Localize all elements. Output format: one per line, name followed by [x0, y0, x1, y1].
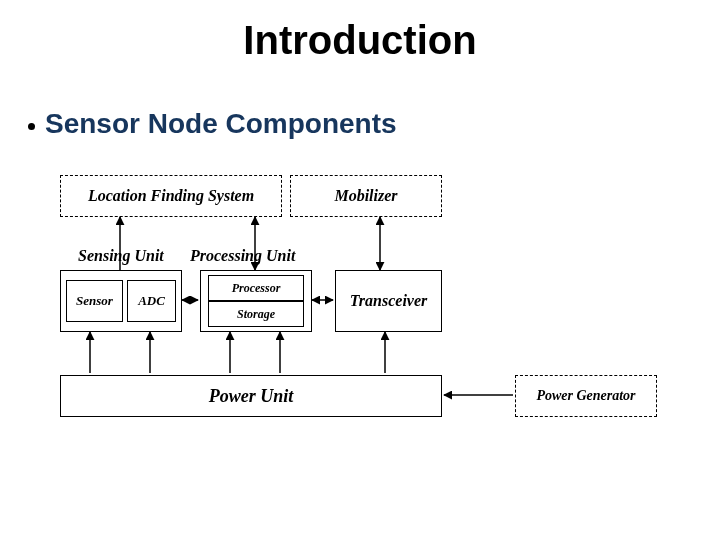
power-unit-box: Power Unit	[60, 375, 442, 417]
storage-box: Storage	[208, 301, 304, 327]
mobilizer-box: Mobilizer	[290, 175, 442, 217]
processing-unit-heading: Processing Unit	[190, 247, 295, 265]
bullet-dot-icon	[28, 123, 35, 130]
power-unit-label: Power Unit	[209, 386, 294, 407]
bullet-text: Sensor Node Components	[45, 108, 397, 140]
power-generator-box: Power Generator	[515, 375, 657, 417]
sensor-label: Sensor	[76, 293, 113, 309]
processor-box: Processor	[208, 275, 304, 301]
transceiver-label: Transceiver	[350, 292, 428, 310]
power-generator-label: Power Generator	[536, 388, 635, 404]
sensing-unit-heading: Sensing Unit	[78, 247, 164, 265]
adc-box: ADC	[127, 280, 176, 322]
slide-title: Introduction	[0, 18, 720, 63]
slide: Introduction Sensor Node Components Loca…	[0, 0, 720, 540]
mobilizer-label: Mobilizer	[334, 187, 397, 205]
transceiver-box: Transceiver	[335, 270, 442, 332]
location-finding-box: Location Finding System	[60, 175, 282, 217]
sensor-node-diagram: Location Finding System Mobilizer Sensin…	[60, 175, 660, 455]
bullet-item: Sensor Node Components	[28, 108, 397, 140]
location-finding-label: Location Finding System	[88, 187, 254, 205]
adc-label: ADC	[138, 293, 165, 309]
sensor-box: Sensor	[66, 280, 123, 322]
storage-label: Storage	[237, 307, 275, 322]
processor-label: Processor	[232, 281, 281, 296]
